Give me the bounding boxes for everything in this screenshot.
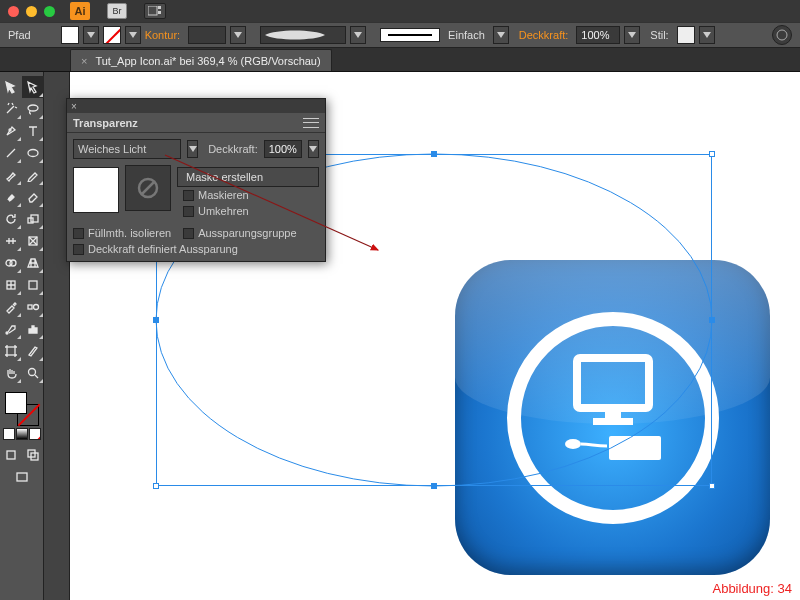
stroke-label: Kontur: — [145, 29, 180, 41]
symbol-sprayer-tool[interactable] — [0, 318, 22, 340]
svg-point-18 — [28, 369, 35, 376]
svg-rect-17 — [7, 347, 15, 355]
window-close-dot[interactable] — [8, 6, 19, 17]
svg-rect-19 — [7, 451, 15, 459]
screen-mode[interactable] — [11, 466, 33, 488]
color-mode-row — [3, 428, 41, 440]
eyedropper-tool[interactable] — [0, 296, 22, 318]
paintbrush-tool[interactable] — [0, 164, 22, 186]
svg-point-11 — [10, 260, 16, 266]
blend-tool[interactable] — [22, 296, 44, 318]
tab-title: Tut_App Icon.ai* bei 369,4 % (RGB/Vorsch… — [95, 55, 320, 67]
svg-point-4 — [28, 105, 38, 111]
artboard-tool[interactable] — [0, 340, 22, 362]
blob-brush-tool[interactable] — [0, 186, 22, 208]
svg-point-15 — [33, 305, 38, 310]
bridge-badge[interactable]: Br — [107, 3, 127, 19]
svg-line-35 — [165, 155, 378, 250]
hand-tool[interactable] — [0, 362, 22, 384]
lasso-tool[interactable] — [22, 98, 44, 120]
draw-behind[interactable] — [22, 444, 44, 466]
fill-dropdown[interactable] — [83, 26, 99, 44]
tab-close-icon[interactable]: × — [81, 55, 87, 67]
opacity-dropdown[interactable] — [624, 26, 640, 44]
pen-tool[interactable] — [0, 120, 22, 142]
graphic-style-dropdown[interactable] — [699, 26, 715, 44]
window-zoom-dot[interactable] — [44, 6, 55, 17]
recolor-artwork-button[interactable] — [772, 25, 792, 45]
window-minimize-dot[interactable] — [26, 6, 37, 17]
svg-point-16 — [6, 332, 8, 334]
gradient-tool[interactable] — [22, 274, 44, 296]
annotation-arrow — [160, 150, 390, 260]
brush-style-label: Einfach — [448, 29, 485, 41]
workspace-switcher[interactable] — [144, 3, 166, 19]
brush-definition[interactable] — [380, 28, 440, 42]
type-tool[interactable] — [22, 120, 44, 142]
figure-caption: Abbildung: 34 — [712, 581, 792, 596]
mesh-tool[interactable] — [0, 274, 22, 296]
zoom-tool[interactable] — [22, 362, 44, 384]
shape-builder-tool[interactable] — [0, 252, 22, 274]
graphic-style-swatch[interactable] — [677, 26, 695, 44]
fill-stroke-control[interactable] — [5, 392, 39, 426]
stroke-swatch-none[interactable] — [103, 26, 121, 44]
rotate-tool[interactable] — [0, 208, 22, 230]
svg-rect-32 — [709, 317, 715, 323]
selection-tool[interactable] — [0, 76, 22, 98]
direct-selection-tool[interactable] — [22, 76, 44, 98]
panel-drag-bar[interactable]: × — [67, 99, 325, 113]
svg-rect-1 — [158, 6, 161, 9]
stroke-swatch-dropdown[interactable] — [125, 26, 141, 44]
fill-indicator[interactable] — [5, 392, 27, 414]
document-tab-bar: × Tut_App Icon.ai* bei 369,4 % (RGB/Vors… — [0, 48, 800, 72]
scale-tool[interactable] — [22, 208, 44, 230]
selection-type-label: Pfad — [8, 29, 31, 41]
variable-width-dropdown[interactable] — [350, 26, 366, 44]
svg-rect-2 — [158, 11, 161, 14]
draw-normal[interactable] — [0, 444, 22, 466]
tools-panel — [0, 72, 44, 600]
color-mode-gradient[interactable] — [16, 428, 28, 440]
svg-rect-14 — [28, 305, 32, 309]
stroke-weight-dropdown[interactable] — [230, 26, 246, 44]
svg-line-34 — [142, 182, 154, 194]
opacity-field[interactable]: 100% — [576, 26, 620, 44]
panel-close-icon[interactable]: × — [71, 101, 77, 112]
svg-point-6 — [28, 150, 38, 157]
svg-point-3 — [777, 30, 787, 40]
color-mode-none[interactable] — [29, 428, 41, 440]
options-bar: Pfad Kontur: Einfach Deckkraft: 100% Sti… — [0, 22, 800, 48]
panel-tab-bar: Transparenz — [67, 113, 325, 133]
column-graph-tool[interactable] — [22, 318, 44, 340]
perspective-grid-tool[interactable] — [22, 252, 44, 274]
opacity-label: Deckkraft: — [519, 29, 569, 41]
panel-menu-icon[interactable] — [303, 118, 319, 128]
fill-swatch[interactable] — [61, 26, 79, 44]
slice-tool[interactable] — [22, 340, 44, 362]
ellipse-tool[interactable] — [22, 142, 44, 164]
brush-dropdown[interactable] — [493, 26, 509, 44]
pencil-tool[interactable] — [22, 164, 44, 186]
svg-rect-31 — [153, 317, 159, 323]
document-tab[interactable]: × Tut_App Icon.ai* bei 369,4 % (RGB/Vors… — [70, 49, 332, 71]
panel-title: Transparenz — [73, 117, 138, 129]
free-transform-tool[interactable] — [22, 230, 44, 252]
stroke-weight-field[interactable] — [188, 26, 226, 44]
line-tool[interactable] — [0, 142, 22, 164]
width-tool[interactable] — [0, 230, 22, 252]
svg-rect-0 — [148, 6, 157, 15]
app-badge-ai: Ai — [70, 2, 90, 20]
variable-width-profile[interactable] — [260, 26, 346, 44]
style-label: Stil: — [650, 29, 668, 41]
magic-wand-tool[interactable] — [0, 98, 22, 120]
svg-rect-29 — [431, 151, 437, 157]
eraser-tool[interactable] — [22, 186, 44, 208]
svg-rect-22 — [17, 473, 27, 481]
svg-rect-30 — [431, 483, 437, 489]
opacity-thumbnail[interactable] — [73, 167, 119, 213]
svg-rect-13 — [29, 281, 37, 289]
macos-titlebar: Ai Br — [0, 0, 800, 22]
color-mode-color[interactable] — [3, 428, 15, 440]
